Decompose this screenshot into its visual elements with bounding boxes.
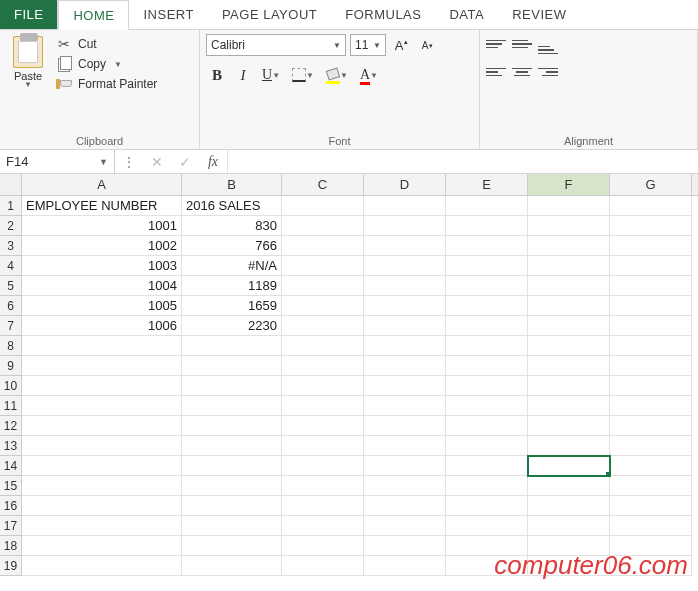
cell-F1[interactable] xyxy=(528,196,610,216)
cell-G11[interactable] xyxy=(610,396,692,416)
row-header-9[interactable]: 9 xyxy=(0,356,21,376)
align-middle-button[interactable] xyxy=(512,34,532,54)
cell-G9[interactable] xyxy=(610,356,692,376)
cell-C11[interactable] xyxy=(282,396,364,416)
paste-button[interactable]: Paste ▼ xyxy=(6,34,50,88)
cell-E3[interactable] xyxy=(446,236,528,256)
cell-G13[interactable] xyxy=(610,436,692,456)
cell-A18[interactable] xyxy=(22,536,182,556)
cell-E10[interactable] xyxy=(446,376,528,396)
cell-F2[interactable] xyxy=(528,216,610,236)
cell-G5[interactable] xyxy=(610,276,692,296)
cell-D14[interactable] xyxy=(364,456,446,476)
cell-G17[interactable] xyxy=(610,516,692,536)
tab-insert[interactable]: INSERT xyxy=(129,0,207,29)
cell-D12[interactable] xyxy=(364,416,446,436)
cell-E11[interactable] xyxy=(446,396,528,416)
row-header-2[interactable]: 2 xyxy=(0,216,21,236)
cell-F19[interactable] xyxy=(528,556,610,576)
name-box[interactable]: F14 ▼ xyxy=(0,150,115,173)
format-painter-button[interactable]: Format Painter xyxy=(56,76,157,92)
cell-D1[interactable] xyxy=(364,196,446,216)
cell-E13[interactable] xyxy=(446,436,528,456)
column-header-E[interactable]: E xyxy=(446,174,528,195)
cell-B2[interactable]: 830 xyxy=(182,216,282,236)
row-header-3[interactable]: 3 xyxy=(0,236,21,256)
cell-E1[interactable] xyxy=(446,196,528,216)
row-header-5[interactable]: 5 xyxy=(0,276,21,296)
cell-G16[interactable] xyxy=(610,496,692,516)
cell-F18[interactable] xyxy=(528,536,610,556)
cell-A17[interactable] xyxy=(22,516,182,536)
fill-color-button[interactable]: ▼ xyxy=(322,64,352,86)
cell-G19[interactable] xyxy=(610,556,692,576)
chevron-down-icon[interactable]: ▼ xyxy=(99,157,108,167)
cell-A11[interactable] xyxy=(22,396,182,416)
cell-G18[interactable] xyxy=(610,536,692,556)
increase-font-button[interactable]: A xyxy=(390,34,412,56)
cell-C5[interactable] xyxy=(282,276,364,296)
decrease-font-button[interactable]: A xyxy=(416,34,438,56)
cell-D13[interactable] xyxy=(364,436,446,456)
row-header-11[interactable]: 11 xyxy=(0,396,21,416)
cell-B4[interactable]: #N/A xyxy=(182,256,282,276)
column-header-G[interactable]: G xyxy=(610,174,692,195)
align-left-button[interactable] xyxy=(486,62,506,82)
tab-formulas[interactable]: FORMULAS xyxy=(331,0,435,29)
row-header-7[interactable]: 7 xyxy=(0,316,21,336)
font-name-select[interactable]: Calibri ▼ xyxy=(206,34,346,56)
select-all-corner[interactable] xyxy=(0,174,22,196)
cell-C1[interactable] xyxy=(282,196,364,216)
align-bottom-button[interactable] xyxy=(538,34,558,54)
cell-C18[interactable] xyxy=(282,536,364,556)
row-header-19[interactable]: 19 xyxy=(0,556,21,576)
cell-C3[interactable] xyxy=(282,236,364,256)
cell-D9[interactable] xyxy=(364,356,446,376)
cell-G10[interactable] xyxy=(610,376,692,396)
cell-E8[interactable] xyxy=(446,336,528,356)
cell-C2[interactable] xyxy=(282,216,364,236)
row-header-17[interactable]: 17 xyxy=(0,516,21,536)
cell-D4[interactable] xyxy=(364,256,446,276)
column-header-D[interactable]: D xyxy=(364,174,446,195)
row-header-1[interactable]: 1 xyxy=(0,196,21,216)
cell-B8[interactable] xyxy=(182,336,282,356)
cell-C12[interactable] xyxy=(282,416,364,436)
cell-A16[interactable] xyxy=(22,496,182,516)
row-header-18[interactable]: 18 xyxy=(0,536,21,556)
cell-F17[interactable] xyxy=(528,516,610,536)
cell-E9[interactable] xyxy=(446,356,528,376)
cell-G6[interactable] xyxy=(610,296,692,316)
align-top-button[interactable] xyxy=(486,34,506,54)
row-header-8[interactable]: 8 xyxy=(0,336,21,356)
cell-A14[interactable] xyxy=(22,456,182,476)
row-header-13[interactable]: 13 xyxy=(0,436,21,456)
cell-G1[interactable] xyxy=(610,196,692,216)
row-header-12[interactable]: 12 xyxy=(0,416,21,436)
cell-D7[interactable] xyxy=(364,316,446,336)
cell-B6[interactable]: 1659 xyxy=(182,296,282,316)
cell-G2[interactable] xyxy=(610,216,692,236)
cell-D16[interactable] xyxy=(364,496,446,516)
cell-C17[interactable] xyxy=(282,516,364,536)
column-header-F[interactable]: F xyxy=(528,174,610,195)
cell-C13[interactable] xyxy=(282,436,364,456)
cell-F5[interactable] xyxy=(528,276,610,296)
row-header-15[interactable]: 15 xyxy=(0,476,21,496)
cell-B19[interactable] xyxy=(182,556,282,576)
cell-D18[interactable] xyxy=(364,536,446,556)
cell-A13[interactable] xyxy=(22,436,182,456)
cell-C14[interactable] xyxy=(282,456,364,476)
cell-G12[interactable] xyxy=(610,416,692,436)
cell-D11[interactable] xyxy=(364,396,446,416)
tab-file[interactable]: FILE xyxy=(0,0,58,29)
cut-button[interactable]: Cut xyxy=(56,36,157,52)
cell-F11[interactable] xyxy=(528,396,610,416)
cell-F7[interactable] xyxy=(528,316,610,336)
cell-D6[interactable] xyxy=(364,296,446,316)
cell-C8[interactable] xyxy=(282,336,364,356)
cell-E6[interactable] xyxy=(446,296,528,316)
cell-C19[interactable] xyxy=(282,556,364,576)
row-header-14[interactable]: 14 xyxy=(0,456,21,476)
cell-C16[interactable] xyxy=(282,496,364,516)
